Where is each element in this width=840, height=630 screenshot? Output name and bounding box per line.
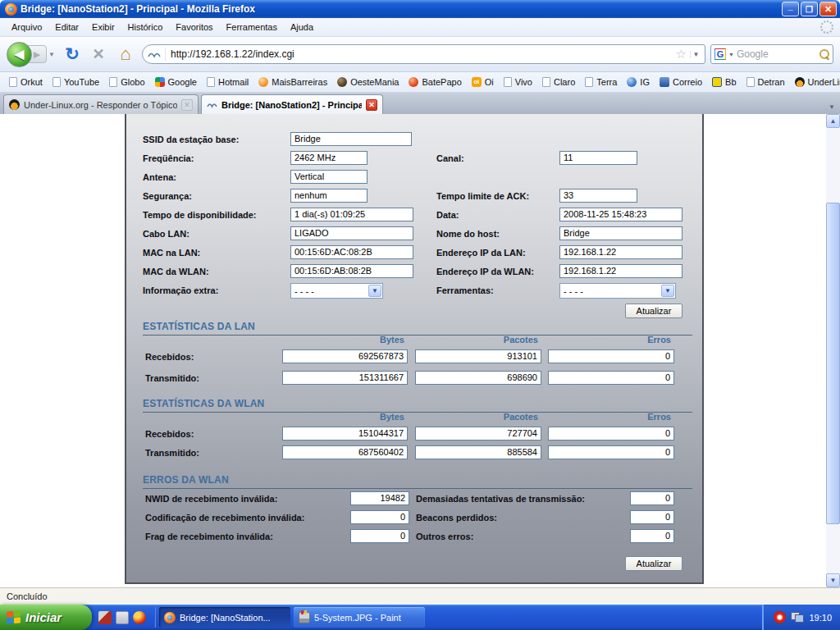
back-button[interactable] xyxy=(7,42,32,67)
bookmark-item-oestemania[interactable]: OesteMania xyxy=(333,75,403,89)
vertical-scrollbar[interactable] xyxy=(826,114,840,587)
tools-select[interactable]: - - - - xyxy=(559,283,676,299)
security-field[interactable]: nenhum xyxy=(290,189,368,203)
lan-tx-packets-field[interactable]: 698690 xyxy=(415,371,541,385)
bookmark-item-youtube[interactable]: YouTube xyxy=(48,75,103,89)
bookmark-item-ig[interactable]: IG xyxy=(623,75,654,89)
frequency-field[interactable]: 2462 MHz xyxy=(290,151,368,165)
bookmark-item-underlinux[interactable]: UnderLinux xyxy=(791,75,840,89)
menu-favoritos[interactable]: Favoritos xyxy=(169,20,219,34)
wlan-errors-title: ERROS DA WLAN xyxy=(143,474,692,489)
lan-tx-errors-field[interactable]: 0 xyxy=(548,371,674,385)
wlan-mac-field[interactable]: 00:15:6D:AB:08:2B xyxy=(290,264,413,278)
other-errors-field[interactable]: 0 xyxy=(630,529,674,543)
bookmark-item-claro[interactable]: Claro xyxy=(538,75,579,89)
wlan-rx-errors-field[interactable]: 0 xyxy=(548,427,674,441)
hostname-field[interactable]: Bridge xyxy=(559,226,682,240)
tray-network-icon[interactable] xyxy=(791,612,804,623)
wlan-tx-bytes-field[interactable]: 687560402 xyxy=(282,445,408,459)
tab-bridge-principal[interactable]: Bridge: [NanoStation2] - Principal xyxy=(201,94,383,114)
tab-list-dropdown-icon[interactable] xyxy=(829,103,835,111)
lan-rx-errors-field[interactable]: 0 xyxy=(548,349,674,363)
bookmark-item-vivo[interactable]: Vivo xyxy=(500,75,536,89)
wlan-rx-packets-field[interactable]: 727704 xyxy=(415,427,541,441)
lan-mac-field[interactable]: 00:15:6D:AC:08:2B xyxy=(290,245,413,259)
stats-header-row: Bytes Pacotes Erros xyxy=(126,335,702,350)
channel-field[interactable]: 11 xyxy=(559,151,637,165)
engine-dropdown-icon[interactable] xyxy=(726,52,737,57)
lan-rx-bytes-field[interactable]: 692567873 xyxy=(282,349,408,363)
calculator-icon[interactable] xyxy=(116,611,129,624)
wlan-ip-field[interactable]: 192.168.1.22 xyxy=(559,264,682,278)
antenna-field[interactable]: Vertical xyxy=(290,170,368,184)
minimize-button[interactable] xyxy=(782,2,799,16)
field-label: Antena: xyxy=(143,172,176,182)
update-button-bottom[interactable]: Atualizar xyxy=(625,556,682,571)
history-dropdown-icon[interactable] xyxy=(47,45,57,63)
field-label: MAC na LAN: xyxy=(143,248,200,258)
bookmark-item-globo[interactable]: Globo xyxy=(105,75,148,89)
extra-info-select[interactable]: - - - - xyxy=(290,283,383,299)
bookmark-item-maisbarreiras[interactable]: MaisBarreiras xyxy=(254,75,331,89)
wlan-tx-errors-field[interactable]: 0 xyxy=(548,445,674,459)
invalid-nwid-field[interactable]: 19482 xyxy=(350,491,409,505)
restore-button[interactable] xyxy=(801,2,818,16)
scrollbar-thumb[interactable] xyxy=(826,203,840,524)
lan-cable-field[interactable]: LIGADO xyxy=(290,226,413,240)
search-magnifier-icon[interactable] xyxy=(819,49,829,59)
bookmark-item-bb[interactable]: Bb xyxy=(708,75,740,89)
menu-ajuda[interactable]: Ajuda xyxy=(284,20,320,34)
reload-button[interactable] xyxy=(62,44,83,64)
close-button[interactable] xyxy=(819,2,837,16)
wlan-tx-packets-field[interactable]: 885584 xyxy=(415,445,541,459)
menu-ferramentas[interactable]: Ferramentas xyxy=(220,20,284,34)
wlan-rx-bytes-field[interactable]: 151044317 xyxy=(282,427,408,441)
ssid-field[interactable]: Bridge xyxy=(290,132,412,146)
menu-exibir[interactable]: Exibir xyxy=(85,20,121,34)
date-field[interactable]: 2008-11-25 15:48:23 xyxy=(559,208,682,221)
tray-antivirus-icon[interactable] xyxy=(774,611,786,623)
taskbar-button-paint[interactable]: 5-System.JPG - Paint xyxy=(294,607,425,628)
url-input[interactable]: http://192.168.1.22/index.cgi xyxy=(166,48,673,60)
menu-historico[interactable]: Histórico xyxy=(121,20,170,34)
home-button[interactable] xyxy=(114,43,137,65)
tx-retries-field[interactable]: 0 xyxy=(630,491,674,505)
tab-underlinux[interactable]: Under-Linux.org - Responder o Tópico xyxy=(3,94,199,114)
menu-arquivo[interactable]: Arquivo xyxy=(5,20,48,34)
chevron-down-icon[interactable] xyxy=(661,285,674,297)
scroll-up-icon[interactable] xyxy=(826,114,840,128)
taskbar-button-firefox[interactable]: Bridge: [NanoStation... xyxy=(159,607,290,628)
stop-button[interactable] xyxy=(88,45,109,63)
lan-rx-packets-field[interactable]: 913101 xyxy=(415,349,541,363)
bookmark-star-icon[interactable] xyxy=(673,47,690,62)
tab-close-icon[interactable] xyxy=(366,99,377,111)
search-input[interactable]: Google xyxy=(737,48,819,60)
bookmark-item-batepapo[interactable]: BatePapo xyxy=(404,75,465,89)
office-icon[interactable] xyxy=(98,611,112,624)
bookmark-item-hotmail[interactable]: Hotmail xyxy=(203,75,253,89)
uptime-field[interactable]: 1 dia(-s) 01:09:25 xyxy=(290,208,413,221)
start-button[interactable]: Iniciar xyxy=(0,605,92,630)
bookmark-item-orkut[interactable]: Orkut xyxy=(5,75,47,89)
url-dropdown-icon[interactable] xyxy=(690,51,701,58)
bookmark-item-terra[interactable]: Terra xyxy=(581,75,621,89)
lan-tx-bytes-field[interactable]: 151311667 xyxy=(282,371,408,385)
update-button-top[interactable]: Atualizar xyxy=(625,304,682,318)
tab-close-icon[interactable] xyxy=(181,99,193,111)
bookmark-item-detran[interactable]: Detran xyxy=(742,75,789,89)
bookmark-item-google[interactable]: Google xyxy=(151,75,201,89)
page-icon xyxy=(52,77,61,87)
bookmark-item-oi[interactable]: Oi xyxy=(468,75,498,89)
browser-icon[interactable] xyxy=(133,611,146,624)
chevron-down-icon[interactable] xyxy=(368,285,381,297)
missed-beacons-field[interactable]: 0 xyxy=(630,510,674,524)
scroll-down-icon[interactable] xyxy=(826,573,840,587)
bookmark-item-correio[interactable]: Correio xyxy=(655,75,706,89)
invalid-crypt-field[interactable]: 0 xyxy=(350,510,409,524)
lan-ip-field[interactable]: 192.168.1.22 xyxy=(559,245,682,259)
menu-editar[interactable]: Editar xyxy=(48,20,85,34)
invalid-frag-field[interactable]: 0 xyxy=(350,529,409,543)
search-box[interactable]: Google xyxy=(710,44,833,64)
url-bar[interactable]: http://192.168.1.22/index.cgi xyxy=(142,44,705,64)
ack-timeout-field[interactable]: 33 xyxy=(559,189,637,203)
